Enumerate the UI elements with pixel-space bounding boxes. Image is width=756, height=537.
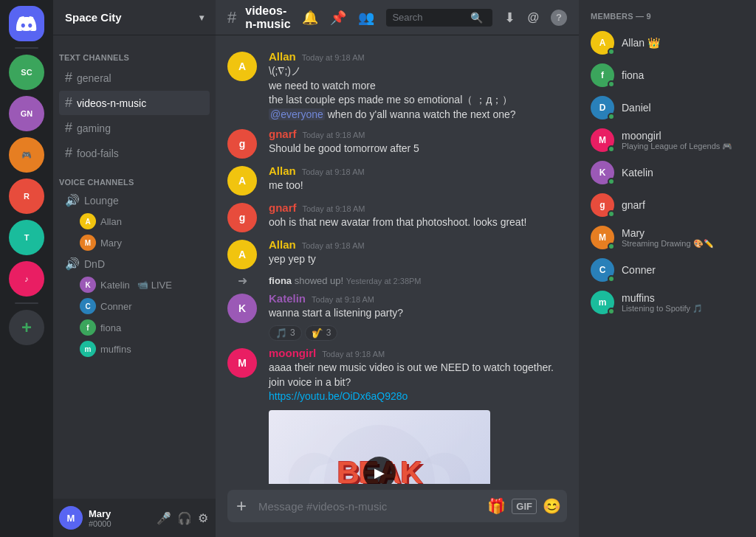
main-content: # videos-n-music 🔔 📌 👥 🔍 ⬇ @ ? A Allan T… bbox=[216, 0, 579, 537]
user-settings-icon[interactable]: ⚙ bbox=[196, 510, 210, 527]
member-item-allan[interactable]: A Allan 👑 bbox=[585, 27, 750, 59]
discord-home-button[interactable] bbox=[9, 6, 44, 41]
reaction-musical-note[interactable]: 🎵 3 bbox=[269, 325, 302, 341]
voice-user-fiona[interactable]: f fiona bbox=[59, 317, 210, 338]
channel-item-gaming[interactable]: # gaming bbox=[59, 116, 210, 140]
mention-everyone: @everyone bbox=[269, 108, 325, 120]
voice-user-mary[interactable]: M Mary bbox=[59, 232, 210, 253]
system-action-text: showed up! bbox=[295, 275, 344, 286]
server-icon-2[interactable]: GN bbox=[9, 96, 44, 131]
user-panel: M Mary #0000 🎤 🎧 ⚙ bbox=[53, 499, 216, 537]
server-icon-3[interactable]: 🎮 bbox=[9, 137, 44, 173]
member-item-mary[interactable]: M Mary Streaming Drawing 🎨✏️ bbox=[585, 221, 750, 254]
members-icon[interactable]: 👥 bbox=[358, 10, 374, 26]
members-sidebar: MEMBERS — 9 A Allan 👑 f fiona D Daniel bbox=[579, 0, 756, 537]
help-icon[interactable]: ? bbox=[551, 10, 567, 26]
channel-item-videos-n-music[interactable]: # videos-n-music 👤 ⚙ bbox=[59, 91, 210, 115]
headset-icon[interactable]: 🎧 bbox=[176, 510, 193, 527]
voice-user-fiona-name: fiona bbox=[100, 322, 121, 333]
message-author[interactable]: gnarf bbox=[269, 128, 297, 140]
server-icon-5[interactable]: T bbox=[9, 220, 44, 255]
member-item-moongirl[interactable]: M moongirl Playing League of Legends 🎮 bbox=[585, 124, 750, 156]
add-server-button[interactable]: + bbox=[9, 310, 44, 345]
add-attachment-button[interactable]: + bbox=[233, 490, 250, 522]
message-header: Allan Today at 9:18 AM bbox=[269, 238, 567, 251]
text-channels-label: TEXT CHANNELS bbox=[59, 53, 129, 62]
reaction-count: 3 bbox=[326, 328, 331, 338]
voice-user-allan[interactable]: A Allan bbox=[59, 211, 210, 232]
video-link[interactable]: https://youtu.be/OiDx6aQ928o bbox=[269, 390, 408, 402]
channel-list: TEXT CHANNELS # general # videos-n-music… bbox=[53, 35, 216, 499]
message-header: Allan Today at 9:18 AM bbox=[269, 164, 567, 177]
message-timestamp: Today at 9:18 AM bbox=[303, 131, 365, 139]
status-indicator bbox=[608, 210, 615, 218]
message-content: Allan Today at 9:18 AM \(;∇;)ノ we need t… bbox=[269, 50, 567, 122]
voice-user-katelin[interactable]: K Katelin 📹 LIVE bbox=[59, 274, 210, 295]
chat-messages: A Allan Today at 9:18 AM \(;∇;)ノ we need… bbox=[216, 35, 579, 484]
chat-header: # videos-n-music 🔔 📌 👥 🔍 ⬇ @ ? bbox=[216, 0, 579, 35]
search-input[interactable] bbox=[392, 12, 466, 23]
server-icon-6[interactable]: ♪ bbox=[9, 261, 44, 297]
hash-icon: # bbox=[65, 95, 72, 111]
mention-icon[interactable]: @ bbox=[527, 11, 539, 24]
notification-bell-icon[interactable]: 🔔 bbox=[302, 10, 318, 26]
message-input[interactable] bbox=[255, 491, 481, 522]
pin-icon[interactable]: 📌 bbox=[330, 10, 346, 26]
member-item-muffins[interactable]: m muffins Listening to Spotify 🎵 bbox=[585, 286, 750, 319]
message-text: me too! bbox=[269, 179, 567, 193]
status-indicator bbox=[608, 113, 615, 120]
message-text: ooh is that new avatar from that photosh… bbox=[269, 215, 567, 230]
gift-icon[interactable]: 🎁 bbox=[487, 497, 506, 515]
message-group-moongirl: M moongirl Today at 9:18 AM aaaa their n… bbox=[216, 344, 579, 484]
member-avatar-conner: C bbox=[591, 258, 614, 282]
voice-channels-label: VOICE CHANNELS bbox=[59, 178, 134, 187]
message-author[interactable]: Allan bbox=[269, 50, 296, 63]
member-item-gnarf[interactable]: g gnarf bbox=[585, 189, 750, 221]
live-badge: LIVE bbox=[151, 280, 172, 291]
member-item-fiona[interactable]: f fiona bbox=[585, 59, 750, 91]
reaction-saxophone[interactable]: 🎷 3 bbox=[305, 325, 338, 341]
message-content: gnarf Today at 9:18 AM Should be good to… bbox=[269, 128, 567, 159]
message-author[interactable]: gnarf bbox=[269, 201, 297, 214]
server-icon-4[interactable]: R bbox=[9, 179, 44, 214]
voice-channel-lounge[interactable]: 🔊 Lounge bbox=[59, 190, 210, 210]
message-author[interactable]: Allan bbox=[269, 164, 296, 177]
voice-user-muffins[interactable]: m muffins bbox=[59, 339, 210, 359]
member-item-conner[interactable]: C Conner bbox=[585, 254, 750, 286]
channel-item-food-fails[interactable]: # food-fails bbox=[59, 141, 210, 165]
message-header: gnarf Today at 9:18 AM bbox=[269, 128, 567, 140]
server-icon-1[interactable]: SC bbox=[9, 55, 44, 90]
emoji-button[interactable]: 😊 bbox=[543, 497, 561, 515]
voice-channel-dnd[interactable]: 🔊 DnD bbox=[59, 254, 210, 274]
member-info: moongirl Playing League of Legends 🎮 bbox=[622, 130, 744, 151]
text-channels-category[interactable]: TEXT CHANNELS bbox=[53, 41, 216, 65]
settings-channel-icon[interactable]: ⚙ bbox=[194, 97, 204, 109]
download-icon[interactable]: ⬇ bbox=[504, 10, 515, 26]
message-author[interactable]: Katelin bbox=[269, 292, 306, 305]
video-thumbnail[interactable]: BEAK ▶ bbox=[269, 410, 490, 484]
gif-button[interactable]: GIF bbox=[512, 499, 537, 514]
microphone-icon[interactable]: 🎤 bbox=[155, 510, 173, 527]
voice-channels-category[interactable]: VOICE CHANNELS bbox=[53, 166, 216, 190]
add-user-channel-icon[interactable]: 👤 bbox=[179, 97, 191, 109]
current-user-avatar[interactable]: M bbox=[59, 506, 83, 530]
member-name-conner: Conner bbox=[622, 264, 744, 276]
member-item-daniel[interactable]: D Daniel bbox=[585, 91, 750, 124]
voice-user-conner[interactable]: C Conner bbox=[59, 296, 210, 316]
member-avatar-daniel: D bbox=[591, 96, 614, 119]
member-activity-muffins: Listening to Spotify 🎵 bbox=[622, 304, 744, 313]
message-author[interactable]: moongirl bbox=[269, 347, 316, 359]
voice-user-mary-name: Mary bbox=[100, 238, 122, 249]
message-content: moongirl Today at 9:18 AM aaaa their new… bbox=[269, 347, 567, 484]
message-author[interactable]: Allan bbox=[269, 238, 296, 251]
play-button[interactable]: ▶ bbox=[363, 457, 396, 484]
server-name-header[interactable]: Space City ▾ bbox=[53, 0, 216, 35]
message-avatar: g bbox=[227, 129, 257, 159]
header-actions: 🔔 📌 👥 🔍 ⬇ @ ? bbox=[302, 9, 567, 27]
message-header: moongirl Today at 9:18 AM bbox=[269, 347, 567, 359]
search-box: 🔍 bbox=[386, 9, 492, 27]
channel-item-general[interactable]: # general bbox=[59, 66, 210, 90]
member-item-katelin[interactable]: K Katelin bbox=[585, 156, 750, 189]
system-message-text: fiona showed up! Yesterday at 2:38PM bbox=[269, 275, 422, 286]
member-name-muffins: muffins bbox=[622, 292, 744, 304]
